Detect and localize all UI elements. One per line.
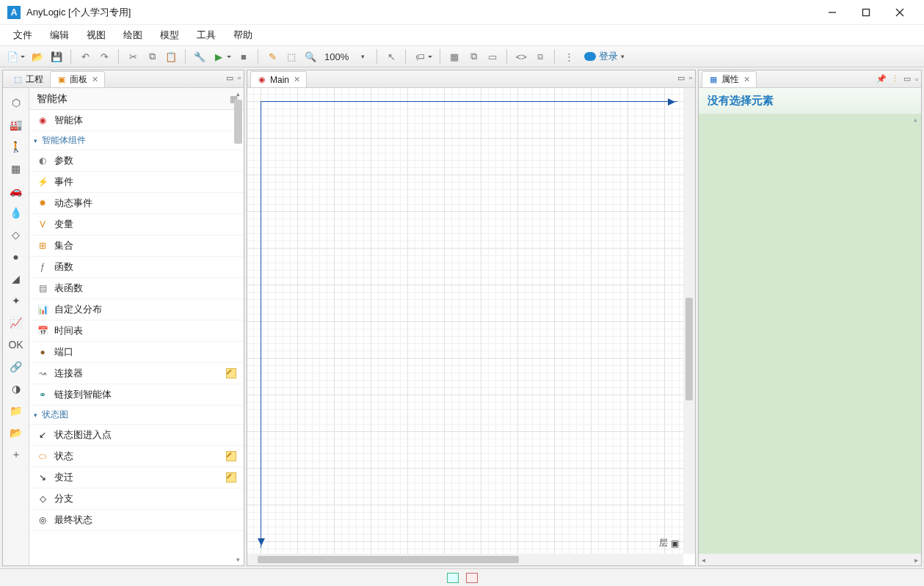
- rail-space-icon[interactable]: ✦: [6, 290, 26, 311]
- palette-section-statechart[interactable]: 状态图: [29, 406, 244, 425]
- palette-item-dyn-event[interactable]: ✹动态事件: [29, 193, 244, 214]
- rail-road-icon[interactable]: 🚗: [6, 180, 26, 201]
- status-icon-b[interactable]: [466, 573, 478, 583]
- new-button[interactable]: 📄: [4, 48, 21, 65]
- palette-item-final[interactable]: ◎最终状态: [29, 510, 244, 531]
- minimize-view-icon[interactable]: ▭: [226, 73, 233, 83]
- open-button[interactable]: 📂: [29, 48, 46, 65]
- rail-rail-icon[interactable]: ▦: [6, 158, 26, 179]
- properties-scrollbar[interactable]: [912, 117, 919, 551]
- vertical-scrollbar[interactable]: [683, 88, 695, 554]
- redo-button[interactable]: ↷: [96, 48, 112, 65]
- menu-draw[interactable]: 绘图: [116, 26, 150, 44]
- palette-item-function[interactable]: ƒ函数: [29, 257, 244, 278]
- align-button[interactable]: ▭: [484, 48, 501, 65]
- tool-a-button[interactable]: <>: [513, 48, 529, 65]
- palette-group-header[interactable]: 智能体 ▦: [29, 88, 244, 110]
- minimize-view-icon[interactable]: ▭: [903, 74, 911, 84]
- select-rect-button[interactable]: ⬚: [283, 48, 299, 65]
- scroll-thumb[interactable]: [685, 298, 693, 400]
- tab-panel[interactable]: ▣ 面板 ✕: [50, 71, 105, 87]
- properties-h-scrollbar[interactable]: [699, 554, 921, 565]
- scroll-thumb[interactable]: [258, 556, 519, 563]
- maximize-button[interactable]: [849, 1, 883, 23]
- save-button[interactable]: 💾: [48, 48, 65, 65]
- menu-edit[interactable]: 编辑: [43, 26, 76, 44]
- palette-item-variable[interactable]: V变量: [29, 214, 244, 235]
- palette-item-schedule[interactable]: 📅时间表: [29, 321, 244, 342]
- close-icon[interactable]: ✕: [294, 75, 300, 84]
- pin-icon[interactable]: 📌: [876, 74, 887, 84]
- rail-process-icon[interactable]: ◇: [6, 224, 26, 245]
- run-button[interactable]: ▶: [211, 48, 227, 65]
- palette-item-agent[interactable]: ◉智能体: [29, 110, 244, 131]
- view-menu-icon[interactable]: ▫: [238, 73, 241, 83]
- palette-item-link[interactable]: ⚭链接到智能体: [29, 384, 244, 406]
- palette-item-collection[interactable]: ⊞集合: [29, 235, 244, 257]
- palette-item-cust-dist[interactable]: 📊自定义分布: [29, 299, 244, 321]
- zoom-dropdown[interactable]: ▾: [354, 48, 371, 65]
- scroll-up-icon[interactable]: ▴: [234, 89, 242, 98]
- horizontal-scrollbar[interactable]: [247, 554, 683, 565]
- palette-item-state[interactable]: ⬭状态: [29, 446, 244, 467]
- copy-button[interactable]: ⧉: [144, 48, 160, 65]
- grid-button[interactable]: ▦: [446, 48, 462, 65]
- tool-c-button[interactable]: ⋮: [561, 48, 577, 65]
- undo-button[interactable]: ↶: [77, 48, 93, 65]
- snap-button[interactable]: ⧉: [465, 48, 481, 65]
- palette-item-branch[interactable]: ◇分支: [29, 488, 244, 510]
- layer-indicator[interactable]: 层▣: [659, 537, 679, 549]
- rail-controls-icon[interactable]: OK: [6, 334, 26, 355]
- palette-scrollbar[interactable]: ▴ ▾: [234, 89, 242, 564]
- rail-presentation-icon[interactable]: ◢: [6, 268, 26, 289]
- status-icon-a[interactable]: [447, 573, 459, 583]
- rail-fluid-icon[interactable]: 💧: [6, 202, 26, 223]
- close-button[interactable]: [883, 1, 917, 23]
- rail-agent-icon[interactable]: ●: [6, 246, 26, 267]
- menu-view[interactable]: 视图: [79, 26, 113, 44]
- pointer-button[interactable]: ↖: [383, 48, 399, 65]
- palette-item-param[interactable]: ◐参数: [29, 150, 244, 172]
- rail-add-icon[interactable]: ＋: [6, 444, 26, 465]
- scroll-down-icon[interactable]: ▾: [234, 555, 242, 564]
- scroll-thumb[interactable]: [234, 100, 242, 144]
- menu-tools[interactable]: 工具: [189, 26, 223, 44]
- rail-pictures-icon[interactable]: ◑: [6, 378, 26, 399]
- tab-project[interactable]: ⬚ 工程: [6, 71, 50, 87]
- rail-analysis-icon[interactable]: 📈: [6, 312, 26, 333]
- zoomfit-button[interactable]: 🔍: [302, 48, 319, 65]
- palette-item-port[interactable]: ●端口: [29, 342, 244, 363]
- palette-item-tbl-function[interactable]: ▤表函数: [29, 278, 244, 299]
- cut-button[interactable]: ✂: [125, 48, 141, 65]
- stop-button[interactable]: ■: [236, 48, 252, 65]
- close-icon[interactable]: ✕: [92, 75, 98, 84]
- menu-model[interactable]: 模型: [153, 26, 186, 44]
- link-icon[interactable]: ⋮: [891, 74, 899, 84]
- minimize-button[interactable]: [815, 1, 849, 23]
- close-icon[interactable]: ✕: [743, 75, 750, 84]
- zoom-level[interactable]: 100%: [321, 51, 352, 62]
- highlight-button[interactable]: ✎: [264, 48, 280, 65]
- menu-file[interactable]: 文件: [6, 26, 40, 44]
- tab-main[interactable]: ◉ Main ✕: [250, 71, 307, 87]
- maximize-view-icon[interactable]: ▫: [915, 75, 918, 84]
- paste-button[interactable]: 📋: [163, 48, 179, 65]
- rail-connectivity-icon[interactable]: 🔗: [6, 356, 26, 377]
- palette-item-entry[interactable]: ↙状态图进入点: [29, 425, 244, 446]
- rail-system-icon[interactable]: ⬡: [6, 92, 26, 113]
- maximize-view-icon[interactable]: ▫: [689, 73, 692, 83]
- palette-item-event[interactable]: ⚡事件: [29, 172, 244, 193]
- rail-3d-icon[interactable]: 📁: [6, 400, 26, 421]
- rail-external-icon[interactable]: 📂: [6, 422, 26, 443]
- palette-item-connector[interactable]: ↝连接器: [29, 363, 244, 384]
- menu-help[interactable]: 帮助: [226, 26, 260, 44]
- rail-pedestrian-icon[interactable]: 🚶: [6, 136, 26, 157]
- rail-enterprise-icon[interactable]: 🏭: [6, 114, 26, 135]
- tab-properties[interactable]: ▦ 属性 ✕: [702, 71, 757, 87]
- cloud-login-button[interactable]: 登录 ▾: [580, 50, 629, 63]
- canvas[interactable]: 层▣: [247, 88, 695, 565]
- build-button[interactable]: 🔧: [192, 48, 208, 65]
- tag-button[interactable]: 🏷: [412, 48, 428, 65]
- palette-section-components[interactable]: 智能体组件: [29, 131, 244, 150]
- minimize-view-icon[interactable]: ▭: [677, 73, 685, 83]
